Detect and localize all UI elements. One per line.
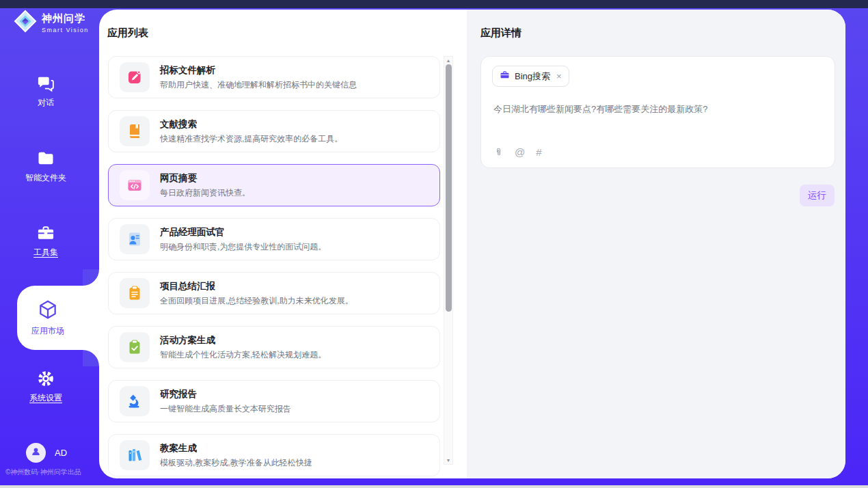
brand-logo: 神州问学 Smart Vision [14, 10, 89, 36]
app-card-texts: 网页摘要每日政府新闻资讯快查。 [160, 172, 250, 199]
app-card[interactable]: 招标文件解析帮助用户快速、准确地理解和解析招标书中的关键信息 [108, 56, 440, 98]
interview-icon [120, 224, 150, 254]
person-icon [30, 446, 42, 460]
app-card[interactable]: 网页摘要每日政府新闻资讯快查。 [108, 164, 440, 206]
app-description: 快速精准查找学术资源,提高研究效率的必备工具。 [160, 133, 342, 145]
app-name: 项目总结汇报 [160, 280, 353, 293]
toolbox-icon [12, 223, 80, 244]
sidebar-item-label: 对话 [38, 97, 54, 109]
app-name: 教案生成 [160, 442, 312, 455]
app-description: 模板驱动,教案秒成,教学准备从此轻松快捷 [160, 457, 312, 469]
sidebar-item-smart-folder[interactable]: 智能文件夹 [12, 149, 80, 184]
sidebar-item-toolset[interactable]: 工具集 [12, 223, 80, 258]
book-icon [120, 116, 150, 146]
app-list: 招标文件解析帮助用户快速、准确地理解和解析招标书中的关键信息文献搜索快速精准查找… [108, 56, 442, 476]
paperclip-icon[interactable] [493, 146, 504, 159]
app-card-texts: 招标文件解析帮助用户快速、准确地理解和解析招标书中的关键信息 [160, 64, 357, 91]
scrollbar-thumb[interactable] [446, 64, 452, 312]
app-card[interactable]: 活动方案生成智能生成个性化活动方案,轻松解决规划难题。 [108, 326, 440, 368]
app-card[interactable]: 教案生成模板驱动,教案秒成,教学准备从此轻松快捷 [108, 434, 440, 476]
logo-diamond-icon [14, 10, 37, 36]
clipboard-icon [120, 278, 150, 308]
app-name: 文献搜索 [160, 118, 342, 131]
prompt-toolbar: @ # [493, 146, 542, 159]
sidebar-item-label: 应用市场 [31, 325, 64, 337]
chat-icon [12, 74, 80, 94]
brand-subtitle: Smart Vision [42, 27, 89, 33]
folder-icon [12, 149, 80, 170]
app-name: 网页摘要 [160, 172, 250, 185]
tool-tag-close-icon[interactable]: × [556, 71, 562, 81]
app-detail-panel: 应用详情 Bing搜索 × 今日湖北有哪些新闻要点?有哪些需要关注的最新政策? … [467, 10, 845, 478]
at-mention-icon[interactable]: @ [515, 147, 525, 157]
app-name: 产品经理面试官 [160, 226, 326, 239]
app-card-texts: 产品经理面试官明确身份和职责,为您提供专业性的面试问题。 [160, 226, 326, 253]
sidebar-item-label: 系统设置 [29, 392, 62, 404]
browser-code-icon [120, 170, 150, 200]
avatar[interactable] [26, 443, 46, 463]
app-description: 每日政府新闻资讯快查。 [160, 187, 250, 199]
prompt-card[interactable]: Bing搜索 × 今日湖北有哪些新闻要点?有哪些需要关注的最新政策? @ # [480, 56, 835, 168]
microscope-icon [120, 386, 150, 416]
user-name: AD [55, 448, 67, 458]
edit-icon [120, 62, 150, 92]
sidebar-item-label: 智能文件夹 [25, 172, 66, 184]
app-list-scrollbar[interactable]: ▲ ▼ [444, 56, 453, 465]
hash-tag-icon[interactable]: # [536, 147, 541, 157]
user-row[interactable]: AD [26, 443, 67, 463]
app-detail-title: 应用详情 [480, 27, 521, 40]
gear-icon [12, 369, 80, 390]
brand-name: 神州问学 [42, 12, 89, 25]
active-bump-fillet-bottom [83, 350, 99, 366]
app-card-texts: 文献搜索快速精准查找学术资源,提高研究效率的必备工具。 [160, 118, 342, 145]
cube-icon [37, 299, 59, 323]
briefcase-icon [500, 70, 510, 83]
prompt-input[interactable]: 今日湖北有哪些新闻要点?有哪些需要关注的最新政策? [493, 103, 822, 116]
top-frame-strip [0, 0, 868, 8]
scroll-down-arrow[interactable]: ▼ [444, 458, 452, 463]
sidebar-item-app-market[interactable]: 应用市场 [17, 286, 99, 350]
sidebar-item-chat[interactable]: 对话 [12, 74, 80, 109]
tool-tag-bing-search[interactable]: Bing搜索 × [492, 66, 569, 87]
tool-tag-label: Bing搜索 [515, 70, 550, 83]
sidebar-item-label: 工具集 [33, 247, 58, 258]
app-card[interactable]: 文献搜索快速精准查找学术资源,提高研究效率的必备工具。 [108, 110, 440, 152]
app-card-texts: 教案生成模板驱动,教案秒成,教学准备从此轻松快捷 [160, 442, 312, 469]
app-card-texts: 研究报告一键智能生成高质量长文本研究报告 [160, 388, 291, 415]
sidebar-footer-text: ©神州数码·神州问学出品 [5, 467, 98, 477]
app-name: 活动方案生成 [160, 334, 326, 347]
app-card-texts: 项目总结汇报全面回顾项目进展,总结经验教训,助力未来优化发展。 [160, 280, 353, 307]
app-root: 神州问学 Smart Vision 对话智能文件夹工具集应用市场系统设置 AD … [0, 0, 868, 488]
run-button[interactable]: 运行 [800, 185, 835, 206]
app-description: 全面回顾项目进展,总结经验教训,助力未来优化发展。 [160, 295, 353, 307]
app-description: 明确身份和职责,为您提供专业性的面试问题。 [160, 241, 326, 253]
app-card[interactable]: 产品经理面试官明确身份和职责,为您提供专业性的面试问题。 [108, 218, 440, 260]
sidebar-item-system-settings[interactable]: 系统设置 [12, 369, 80, 404]
bottom-frame-strip [0, 485, 868, 488]
app-description: 帮助用户快速、准确地理解和解析招标书中的关键信息 [160, 79, 357, 91]
active-bump-fillet-top [83, 269, 99, 286]
app-name: 研究报告 [160, 388, 291, 401]
app-card-texts: 活动方案生成智能生成个性化活动方案,轻松解决规划难题。 [160, 334, 326, 361]
clipboard-check-icon [120, 332, 150, 362]
app-name: 招标文件解析 [160, 64, 357, 77]
books-icon [120, 440, 150, 470]
app-description: 智能生成个性化活动方案,轻松解决规划难题。 [160, 349, 326, 361]
app-card[interactable]: 项目总结汇报全面回顾项目进展,总结经验教训,助力未来优化发展。 [108, 272, 440, 314]
app-list-title: 应用列表 [107, 27, 148, 40]
scroll-up-arrow[interactable]: ▲ [444, 58, 452, 63]
app-description: 一键智能生成高质量长文本研究报告 [160, 403, 291, 415]
app-card[interactable]: 研究报告一键智能生成高质量长文本研究报告 [108, 380, 440, 422]
